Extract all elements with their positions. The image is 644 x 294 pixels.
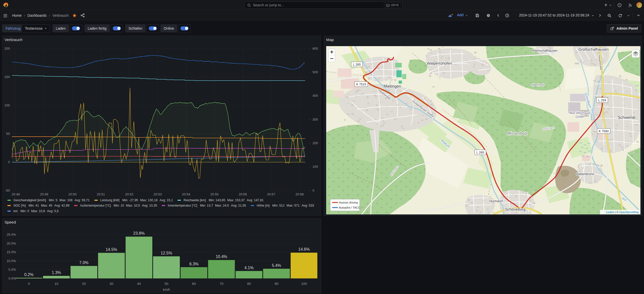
svg-text:10: 10 (54, 282, 58, 286)
svg-text:14.6%: 14.6% (298, 247, 310, 251)
svg-text:12.5%: 12.5% (161, 251, 172, 255)
svg-text:Oberholz: Oberholz (531, 83, 544, 87)
svg-text:L 265: L 265 (353, 63, 361, 66)
svg-text:Human driving: Human driving (339, 201, 358, 204)
svg-text:70: 70 (219, 282, 223, 286)
svg-text:15.0%: 15.0% (7, 250, 16, 254)
svg-text:10.0%: 10.0% (7, 259, 16, 263)
svg-text:0.0%: 0.0% (8, 277, 16, 280)
svg-text:Schwendi: Schwendi (618, 115, 635, 120)
svg-text:0.2%: 0.2% (24, 272, 33, 277)
svg-text:50: 50 (164, 282, 168, 286)
svg-text:7.0%: 7.0% (79, 261, 88, 265)
svg-text:6.3%: 6.3% (189, 262, 198, 266)
svg-text:20.0%: 20.0% (7, 242, 16, 245)
svg-text:60: 60 (192, 282, 196, 286)
svg-text:Missenholz: Missenholz (507, 131, 527, 136)
svg-text:Dietenbronn: Dietenbronn (576, 172, 594, 176)
svg-text:5.4%: 5.4% (272, 263, 281, 268)
svg-text:K 7515: K 7515 (356, 83, 366, 86)
svg-text:Hochdorf: Hochdorf (489, 199, 503, 203)
svg-text:0: 0 (28, 282, 30, 286)
svg-text:Großschafhausen: Großschafhausen (578, 47, 609, 51)
svg-text:Mietingen: Mietingen (383, 84, 401, 88)
svg-text:20: 20 (82, 282, 86, 286)
svg-text:?: ? (619, 4, 620, 7)
svg-text:L 265: L 265 (476, 151, 484, 154)
svg-text:10.4%: 10.4% (216, 254, 227, 259)
svg-text:30: 30 (109, 282, 113, 286)
svg-text:14.5%: 14.5% (106, 247, 117, 252)
svg-text:1.3%: 1.3% (52, 270, 61, 275)
svg-text:L 259: L 259 (598, 99, 606, 102)
svg-text:Walpertshofen: Walpertshofen (427, 61, 452, 65)
svg-text:100: 100 (301, 282, 307, 286)
svg-text:23.8%: 23.8% (133, 231, 145, 235)
svg-text:Schöneburg: Schöneburg (505, 207, 526, 211)
svg-text:90: 90 (274, 282, 278, 286)
svg-text:Autopilot / TACC: Autopilot / TACC (339, 206, 360, 209)
svg-text:Leaflet | © OpenStreetMap: Leaflet | © OpenStreetMap (606, 211, 639, 214)
svg-text:5.0%: 5.0% (8, 268, 16, 271)
svg-text:km/h: km/h (163, 288, 170, 291)
svg-text:40: 40 (137, 282, 141, 286)
svg-text:GmbH: GmbH (576, 115, 584, 119)
svg-text:80: 80 (247, 282, 251, 286)
svg-text:Max Weishaupt: Max Weishaupt (569, 111, 591, 115)
svg-text:K 7580: K 7580 (599, 130, 609, 133)
svg-text:25.0%: 25.0% (7, 233, 16, 236)
svg-text:4.1%: 4.1% (244, 266, 253, 270)
svg-text:Kleinschafhausen: Kleinschafhausen (532, 49, 558, 52)
